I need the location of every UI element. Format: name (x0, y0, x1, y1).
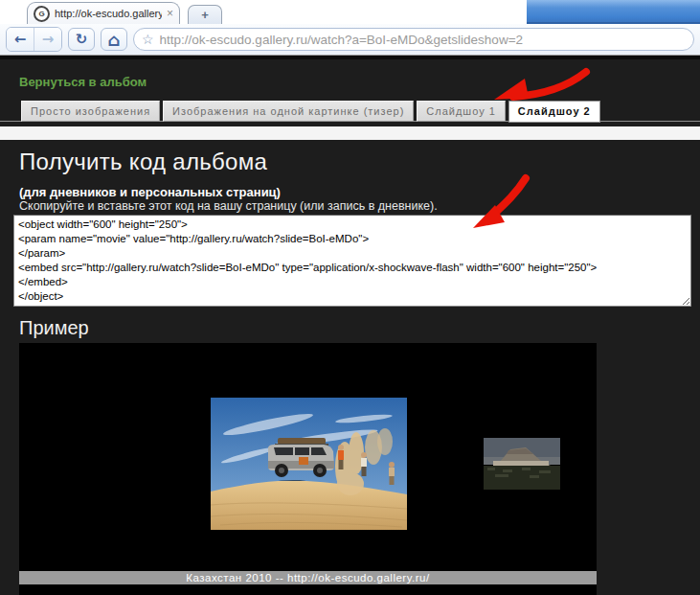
site-favicon-icon: G (34, 6, 50, 22)
browser-toolbar: ← → ↻ ⌂ ☆ http://ok-escudo.gallery.ru/wa… (0, 24, 700, 56)
tab-close-icon[interactable]: × (167, 8, 173, 19)
tab-title: http://ok-escudo.gallery.ru... (55, 8, 162, 19)
back-button[interactable]: ← (7, 28, 34, 51)
page-tab-slideshow-1[interactable]: Слайдшоу 1 (417, 101, 506, 122)
page-tab-teaser[interactable]: Изображения на одной картинке (тизер) (163, 101, 414, 122)
browser-window: G http://ok-escudo.gallery.ru... × + ← →… (0, 0, 700, 595)
back-arrow-icon: ← (14, 31, 27, 48)
address-bar[interactable]: ☆ http://ok-escudo.gallery.ru/watch?a=Bo… (133, 28, 694, 51)
window-frame (527, 0, 700, 24)
back-to-album-link[interactable]: Вернуться в альбом (19, 75, 147, 89)
slideshow-photo-thumbnail[interactable] (484, 438, 560, 490)
separator-strip (0, 126, 700, 140)
page-subtitle: (для дневников и персональных страниц) (19, 185, 281, 199)
url-text: http://ok-escudo.gallery.ru/watch?a=BoI-… (160, 33, 523, 47)
embed-code-textarea[interactable]: <object width="600" height="250"> <param… (13, 215, 691, 307)
browser-tab[interactable]: G http://ok-escudo.gallery.ru... × (27, 2, 180, 24)
slideshow-example: Казахстан 2010 -- http://ok-escudo.galle… (19, 343, 597, 595)
page-top-shadow (0, 56, 700, 59)
bookmark-star-icon[interactable]: ☆ (142, 33, 154, 46)
instruction-text: Скопируйте и вставьте этот код на вашу с… (19, 199, 438, 213)
home-icon: ⌂ (108, 30, 121, 50)
page-tab-slideshow-2[interactable]: Слайдшоу 2 (508, 101, 600, 123)
page-tab-plain-images[interactable]: Просто изображения (21, 101, 160, 122)
nav-button-group: ← → (6, 27, 62, 52)
slideshow-caption: Казахстан 2010 -- http://ok-escudo.galle… (19, 571, 597, 584)
page-title: Получить код альбома (19, 149, 267, 175)
new-tab-button[interactable]: + (188, 5, 222, 24)
example-title: Пример (19, 317, 89, 339)
plus-icon: + (201, 8, 209, 22)
refresh-button[interactable]: ↻ (68, 28, 95, 51)
home-button[interactable]: ⌂ (101, 28, 127, 51)
browser-tab-strip: G http://ok-escudo.gallery.ru... × + (0, 0, 700, 24)
page-tabs: Просто изображения Изображения на одной … (21, 101, 600, 123)
refresh-icon: ↻ (76, 31, 88, 48)
forward-button[interactable]: → (34, 28, 61, 51)
slideshow-photo-main[interactable] (211, 398, 407, 530)
forward-arrow-icon: → (42, 31, 55, 48)
